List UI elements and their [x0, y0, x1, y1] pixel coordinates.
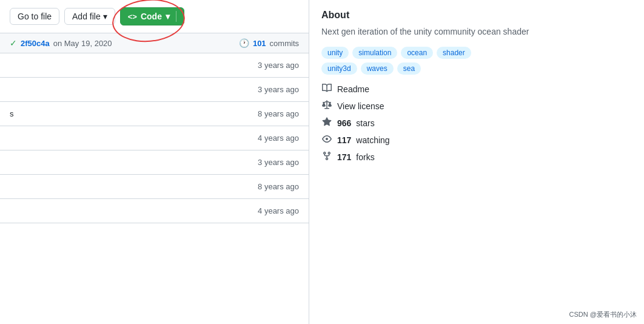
stat-stars[interactable]: 966 stars	[321, 117, 632, 129]
file-time: 4 years ago	[258, 206, 299, 215]
table-row: 3 years ago	[0, 150, 309, 175]
table-row: 3 years ago	[0, 78, 309, 102]
forks-count: 171	[337, 152, 351, 162]
star-icon	[321, 117, 332, 129]
file-time: 8 years ago	[258, 109, 299, 118]
right-panel: About Next gen iteration of the unity co…	[309, 0, 644, 324]
commits-label: commits	[270, 39, 299, 48]
stars-label: stars	[356, 118, 374, 128]
file-time: 4 years ago	[258, 133, 299, 143]
code-label: Code	[141, 12, 162, 21]
scale-icon	[321, 100, 332, 112]
stat-forks[interactable]: 171 forks	[321, 151, 632, 163]
file-name: s	[10, 109, 14, 118]
left-panel: Go to file Add file ▾ <> Code ▾ ✓ 2f50c4…	[0, 0, 309, 324]
add-file-arrow: ▾	[103, 12, 107, 21]
watching-count: 117	[337, 135, 351, 145]
tags-row-1: unity simulation ocean shader	[321, 47, 632, 59]
add-file-label: Add file	[72, 12, 101, 21]
commit-hash[interactable]: 2f50c4a	[21, 39, 50, 48]
stars-count: 966	[337, 118, 351, 128]
stats-section: Readme View license	[321, 83, 632, 163]
table-row: 3 years ago	[0, 53, 309, 78]
watching-label: watching	[356, 135, 389, 145]
table-row: 8 years ago	[0, 175, 309, 199]
file-rows: 3 years ago 3 years ago s 8 years ago 4 …	[0, 53, 309, 324]
eye-icon	[321, 134, 332, 146]
book-icon	[321, 83, 332, 95]
tag-unity3d[interactable]: unity3d	[321, 62, 357, 75]
file-time: 3 years ago	[258, 158, 299, 167]
table-row: 4 years ago	[0, 199, 309, 223]
stat-watching[interactable]: 117 watching	[321, 134, 632, 146]
table-row: 4 years ago	[0, 126, 309, 150]
stat-license[interactable]: View license	[321, 100, 632, 112]
license-label: View license	[337, 101, 384, 111]
code-arrow: ▾	[166, 12, 170, 21]
about-section: About Next gen iteration of the unity co…	[321, 10, 632, 163]
clock-icon: 🕐	[239, 38, 249, 48]
forks-label: forks	[356, 152, 374, 162]
about-title: About	[321, 10, 632, 21]
watermark: CSDN @爱看书的小沐	[569, 310, 637, 319]
go-to-file-button[interactable]: Go to file	[10, 8, 59, 25]
about-description: Next gen iteration of the unity communit…	[321, 25, 632, 38]
tag-waves[interactable]: waves	[361, 62, 394, 75]
file-time: 3 years ago	[258, 85, 299, 94]
file-time: 8 years ago	[258, 182, 299, 191]
tag-sea[interactable]: sea	[397, 62, 421, 75]
table-row: s 8 years ago	[0, 102, 309, 126]
tag-simulation[interactable]: simulation	[352, 47, 397, 59]
commit-count[interactable]: 101	[253, 39, 266, 48]
commit-on-text: on May 19, 2020	[53, 39, 112, 48]
readme-label: Readme	[337, 84, 369, 94]
tags-row-2: unity3d waves sea	[321, 62, 632, 75]
file-time: 3 years ago	[258, 61, 299, 70]
tag-unity[interactable]: unity	[321, 47, 349, 59]
tag-shader[interactable]: shader	[437, 47, 471, 59]
stat-readme[interactable]: Readme	[321, 83, 632, 95]
commit-bar: ✓ 2f50c4a on May 19, 2020 🕐 101 commits	[0, 33, 309, 53]
commit-check-icon: ✓	[10, 38, 17, 48]
go-to-file-label: Go to file	[18, 12, 52, 21]
code-brackets-icon: <>	[128, 12, 137, 21]
add-file-button[interactable]: Add file ▾	[64, 8, 115, 25]
fork-icon	[321, 151, 332, 163]
toolbar: Go to file Add file ▾ <> Code ▾	[0, 0, 309, 33]
tag-ocean[interactable]: ocean	[401, 47, 433, 59]
code-button[interactable]: <> Code ▾	[120, 7, 184, 25]
